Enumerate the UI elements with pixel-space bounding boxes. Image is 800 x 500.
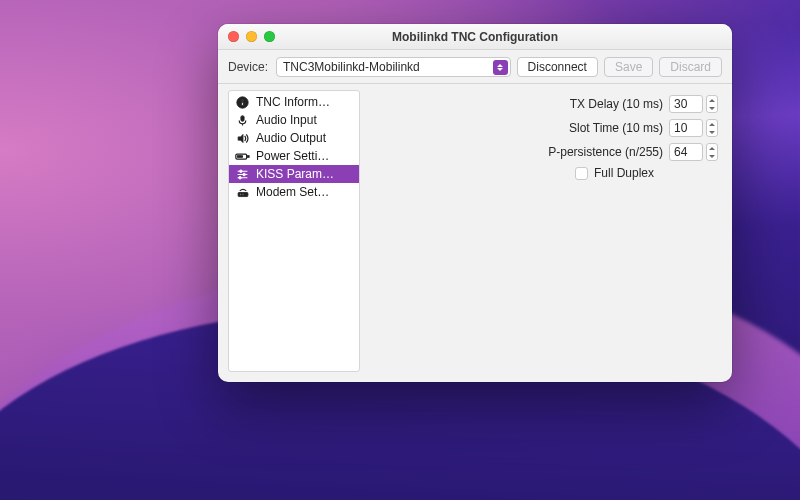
info-icon — [235, 96, 250, 109]
slot-time-stepper[interactable]: 10 — [669, 119, 718, 137]
svg-point-13 — [243, 173, 246, 176]
device-select[interactable]: TNC3Mobilinkd-Mobilinkd — [276, 57, 511, 77]
slot-time-label: Slot Time (10 ms) — [493, 121, 663, 135]
svg-rect-8 — [248, 155, 250, 157]
chevron-up-down-icon — [493, 60, 508, 75]
tx-delay-label: TX Delay (10 ms) — [493, 97, 663, 111]
field-slot-time: Slot Time (10 ms) 10 — [374, 116, 718, 140]
toolbar: Device: TNC3Mobilinkd-Mobilinkd Disconne… — [218, 50, 732, 84]
svg-point-12 — [240, 169, 243, 172]
discard-button: Discard — [659, 57, 722, 77]
sidebar-item-audio-output[interactable]: Audio Output — [229, 129, 359, 147]
close-icon[interactable] — [228, 31, 239, 42]
sidebar-item-audio-input[interactable]: Audio Input — [229, 111, 359, 129]
device-select-value: TNC3Mobilinkd-Mobilinkd — [283, 60, 420, 74]
sidebar-item-label: Audio Output — [256, 131, 326, 145]
save-button: Save — [604, 57, 653, 77]
svg-point-14 — [239, 176, 242, 179]
window-controls — [228, 31, 275, 42]
detail-pane: TX Delay (10 ms) 30 Slot Time (10 ms) 10… — [360, 84, 732, 382]
svg-point-17 — [242, 193, 243, 194]
content-area: TNC Inform… Audio Input Audio Output Pow… — [218, 84, 732, 382]
disconnect-button[interactable]: Disconnect — [517, 57, 598, 77]
sidebar-item-label: TNC Inform… — [256, 95, 330, 109]
sidebar-item-label: Power Setti… — [256, 149, 329, 163]
tx-delay-input[interactable]: 30 — [669, 95, 703, 113]
svg-rect-1 — [242, 101, 244, 105]
window-title: Mobilinkd TNC Configuration — [392, 30, 558, 44]
sidebar-item-tnc-info[interactable]: TNC Inform… — [229, 93, 359, 111]
p-persistence-stepper[interactable]: 64 — [669, 143, 718, 161]
full-duplex-checkbox[interactable] — [575, 167, 588, 180]
battery-icon — [235, 150, 250, 163]
sliders-icon — [235, 168, 250, 181]
svg-rect-3 — [241, 115, 244, 121]
full-duplex-label: Full Duplex — [594, 166, 654, 180]
sidebar-item-power-settings[interactable]: Power Setti… — [229, 147, 359, 165]
slot-time-input[interactable]: 10 — [669, 119, 703, 137]
p-persistence-label: P-persistence (n/255) — [493, 145, 663, 159]
svg-marker-5 — [238, 134, 243, 142]
sidebar-item-modem-settings[interactable]: Modem Set… — [229, 183, 359, 201]
device-label: Device: — [228, 60, 268, 74]
stepper-buttons[interactable] — [706, 95, 718, 113]
sidebar-item-kiss-params[interactable]: KISS Param… — [229, 165, 359, 183]
svg-point-16 — [239, 193, 240, 194]
field-full-duplex: Full Duplex — [374, 166, 718, 180]
speaker-icon — [235, 132, 250, 145]
sidebar-item-label: KISS Param… — [256, 167, 334, 181]
titlebar: Mobilinkd TNC Configuration — [218, 24, 732, 50]
field-p-persistence: P-persistence (n/255) 64 — [374, 140, 718, 164]
sidebar: TNC Inform… Audio Input Audio Output Pow… — [228, 90, 360, 372]
zoom-icon[interactable] — [264, 31, 275, 42]
app-window: Mobilinkd TNC Configuration Device: TNC3… — [218, 24, 732, 382]
sidebar-item-label: Audio Input — [256, 113, 317, 127]
minimize-icon[interactable] — [246, 31, 257, 42]
tx-delay-stepper[interactable]: 30 — [669, 95, 718, 113]
modem-icon — [235, 186, 250, 199]
p-persistence-input[interactable]: 64 — [669, 143, 703, 161]
svg-rect-2 — [242, 99, 244, 101]
stepper-buttons[interactable] — [706, 119, 718, 137]
svg-rect-7 — [238, 155, 243, 157]
sidebar-item-label: Modem Set… — [256, 185, 329, 199]
mic-icon — [235, 114, 250, 127]
stepper-buttons[interactable] — [706, 143, 718, 161]
field-tx-delay: TX Delay (10 ms) 30 — [374, 92, 718, 116]
